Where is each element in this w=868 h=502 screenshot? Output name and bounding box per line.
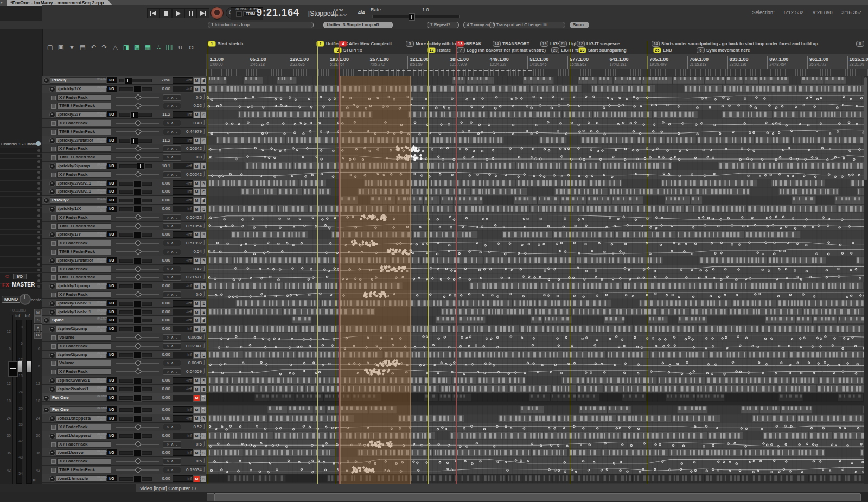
master-fx-button[interactable]: FX	[2, 282, 9, 288]
envelope-value-slider[interactable]	[116, 444, 159, 445]
volume-fader-handle[interactable]	[133, 317, 142, 324]
io-button[interactable]: I/O	[107, 406, 117, 412]
channel-list-item[interactable]	[0, 181, 42, 186]
envelope-arm-checkbox[interactable]	[51, 215, 56, 220]
ruler-tick[interactable]: 961.1.0026:34.772	[807, 56, 828, 69]
envelope-mode-icon[interactable]: ⌡	[203, 467, 206, 472]
ruler-tick[interactable]: 833.1.0023:02.136	[727, 56, 749, 69]
marker[interactable]: 23Start soundpaiting	[578, 47, 627, 53]
envelope-slider-handle[interactable]	[135, 423, 142, 430]
ruler-tick[interactable]: 257.1.007:05.272	[368, 56, 389, 69]
envelope-arm-checkbox[interactable]	[51, 459, 56, 464]
meter-settings-icon[interactable]: ⌗	[33, 477, 36, 484]
automation-items-icon[interactable]: ∴	[154, 42, 163, 52]
envelope-name[interactable]: X / FaderPack	[57, 441, 111, 448]
vertical-scroll-thumb[interactable]	[864, 77, 867, 180]
record-arm-button[interactable]	[49, 326, 55, 332]
ruler-tick[interactable]: 513.1.0014:10.545	[527, 56, 548, 69]
envelope-arm-checkbox[interactable]	[51, 96, 56, 100]
record-arm-button[interactable]	[49, 450, 55, 456]
master-volume-fader[interactable]	[12, 315, 13, 484]
track-panel[interactable]: /spine2/valve/1MASTER2NDI/O0.00-infMS20	[42, 385, 206, 393]
envelope-arm-checkbox[interactable]	[51, 155, 56, 160]
play-button[interactable]	[172, 8, 184, 18]
envelope-name[interactable]: TIME / FaderPack	[57, 103, 111, 109]
record-arm-button[interactable]	[43, 317, 49, 323]
channel-list-item[interactable]	[0, 154, 42, 159]
channel-list-item[interactable]	[0, 159, 42, 164]
marker[interactable]: 3STOPP!!!	[334, 47, 362, 53]
record-button[interactable]	[210, 7, 224, 20]
io-button[interactable]: I/O	[107, 475, 117, 481]
channel-list-item[interactable]	[0, 175, 42, 181]
envelope-mode-icon[interactable]: ⌡	[203, 274, 206, 279]
record-arm-button[interactable]	[49, 378, 55, 384]
app-menu-icon[interactable]: ▸	[1, 0, 3, 5]
marker[interactable]: 4After Mew Complexit	[339, 41, 392, 47]
folder-collapse-arrow[interactable]: ▼	[201, 317, 205, 321]
envelope-arm-checkbox[interactable]	[51, 335, 56, 340]
envelope-arm-checkbox[interactable]	[51, 250, 56, 255]
track-panel[interactable]: /prickly/1/rotatiorMASTER2NDI/O0.00-infM…	[42, 256, 206, 265]
envelope-lane-panel[interactable]: X / FaderPack○ ∧ .0.56422⌡	[42, 213, 206, 222]
envelope-name[interactable]: TIME / FaderPack	[57, 467, 111, 473]
volume-fader-handle[interactable]	[133, 309, 142, 316]
envelope-name[interactable]: X / FaderPack	[57, 458, 111, 465]
track-panel[interactable]: /prickly/1/valv..1MASTER2NDI/O0.00-infMS…	[42, 308, 206, 316]
envelope-name[interactable]: TIME / FaderPack	[57, 223, 111, 230]
envelope-name[interactable]: X / FaderPack	[57, 424, 111, 430]
master-io[interactable]: ⏻I/O	[5, 274, 27, 279]
ruler-tick[interactable]: 897.1.0024:48.454	[767, 56, 788, 69]
record-arm-button[interactable]	[49, 301, 55, 307]
record-arm-button[interactable]	[49, 386, 55, 392]
mute-button[interactable]: M	[193, 433, 200, 440]
track-panel[interactable]: /one/1/steppers/MASTER2NDI/O0.00-infMS27	[42, 414, 206, 423]
envelope-slider-handle[interactable]	[135, 368, 142, 375]
record-arm-button[interactable]	[49, 181, 55, 187]
folder-collapse-arrow[interactable]: ▼	[201, 77, 205, 81]
record-arm-button[interactable]	[49, 86, 55, 92]
envelope-lane-panel[interactable]: X / FaderPack○ ∧ .0.04059⌡	[42, 367, 206, 376]
mute-button[interactable]: M	[193, 231, 200, 238]
envelope-name[interactable]: Volume	[57, 334, 111, 341]
envelope-mode-icon[interactable]: ⌡	[203, 249, 206, 253]
envelope-arm-checkbox[interactable]	[51, 361, 56, 366]
envelope-lane-panel[interactable]: TIME / FaderPack○ ∧ .0.44979⌡	[42, 128, 206, 136]
envelope-lane-panel[interactable]: X / FaderPack○ ∧ .0.50342⌡	[42, 144, 206, 153]
grouping-icon[interactable]: ▩	[132, 42, 142, 52]
envelope-name[interactable]: TIME / FaderPack	[57, 249, 111, 255]
envelope-mode-icon[interactable]: ⌡	[203, 240, 206, 245]
io-button[interactable]: I/O	[107, 188, 117, 194]
io-button[interactable]: I/O	[107, 433, 117, 439]
track-panel[interactable]: /spine/1/valve/1MASTER2NDI/O0.00-infMS19	[42, 376, 206, 385]
channel-list-item[interactable]	[0, 164, 42, 170]
channel-dot-icon[interactable]	[36, 141, 41, 146]
undo-icon[interactable]: ↶	[89, 42, 98, 52]
envelope-name[interactable]: X / FaderPack	[57, 343, 111, 350]
channel-list-item[interactable]	[0, 246, 42, 251]
volume-fader[interactable]	[119, 319, 152, 322]
arrange-view[interactable]	[206, 76, 868, 484]
channel-list-item[interactable]	[0, 148, 42, 154]
track-panel[interactable]: /one/1 /muscleMASTER2NDI/O0.00-infMS30	[42, 474, 206, 483]
time-display[interactable]: 9:21.164	[257, 7, 299, 18]
mute-button[interactable]: M	[193, 352, 200, 359]
envelope-value-slider[interactable]	[116, 461, 159, 462]
envelope-arm-checkbox[interactable]	[51, 173, 56, 177]
mute-button[interactable]: M	[193, 188, 200, 195]
io-button[interactable]: I/O	[107, 377, 117, 383]
envelope-value-slider[interactable]	[116, 469, 159, 471]
io-button[interactable]: I/O	[107, 309, 117, 315]
track-panel[interactable]: /spine/1/pumpMASTER2NDI/O0.00-infMS17	[42, 325, 206, 333]
envelope-slider-handle[interactable]	[135, 342, 142, 350]
envelope-slider-handle[interactable]	[135, 119, 142, 126]
track-panel[interactable]: /prickly/1/XMASTER2NDI/O0.00-infMS10	[42, 205, 206, 213]
record-arm-button[interactable]	[49, 163, 55, 169]
volume-fader-handle[interactable]	[133, 475, 142, 482]
track-panel[interactable]: /one/1/steppers/MASTER2NDI/O0.00-infMS28	[42, 431, 206, 440]
volume-fader-handle[interactable]	[130, 137, 138, 144]
volume-fader-handle[interactable]	[133, 197, 142, 204]
envelope-arm-checkbox[interactable]	[51, 293, 56, 297]
mute-button[interactable]: M	[193, 86, 200, 93]
redo-icon[interactable]: ↷	[100, 42, 109, 52]
